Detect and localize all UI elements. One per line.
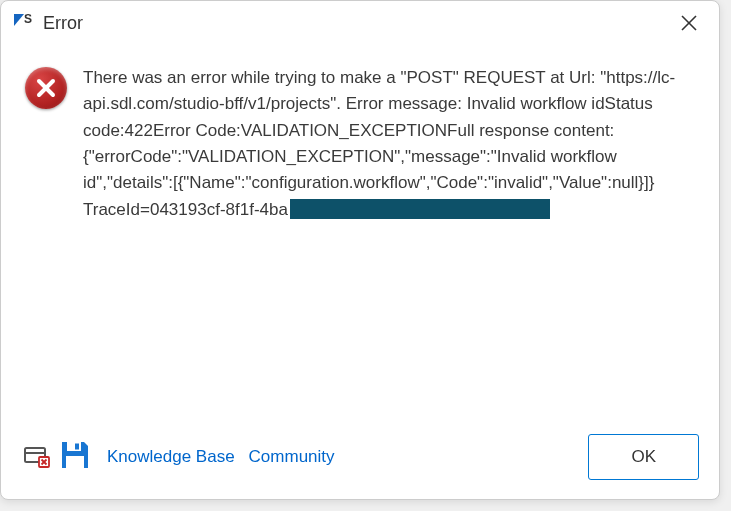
svg-rect-12 (75, 444, 79, 450)
redacted-region (290, 199, 550, 219)
error-message: There was an error while trying to make … (83, 65, 685, 223)
footer-links: Knowledge Base Community (107, 447, 588, 467)
message-column: There was an error while trying to make … (79, 65, 695, 411)
community-link[interactable]: Community (249, 447, 335, 467)
dialog-content: There was an error while trying to make … (1, 45, 719, 421)
dialog-footer: Knowledge Base Community OK (1, 421, 719, 499)
close-icon (681, 15, 697, 31)
svg-rect-13 (66, 456, 84, 468)
error-icon (25, 67, 67, 109)
error-icon-column (25, 65, 79, 411)
error-message-text: There was an error while trying to make … (83, 68, 675, 219)
svg-text:S: S (24, 12, 32, 26)
close-button[interactable] (673, 7, 705, 39)
details-icon[interactable] (21, 440, 51, 474)
error-dialog: S Error There was an error while trying … (0, 0, 720, 500)
titlebar: S Error (1, 1, 719, 45)
knowledge-base-link[interactable]: Knowledge Base (107, 447, 235, 467)
svg-marker-0 (14, 14, 24, 26)
dialog-title: Error (43, 13, 673, 34)
ok-button[interactable]: OK (588, 434, 699, 480)
app-icon: S (11, 11, 35, 35)
save-icon[interactable] (57, 437, 93, 477)
footer-icons (21, 437, 93, 477)
